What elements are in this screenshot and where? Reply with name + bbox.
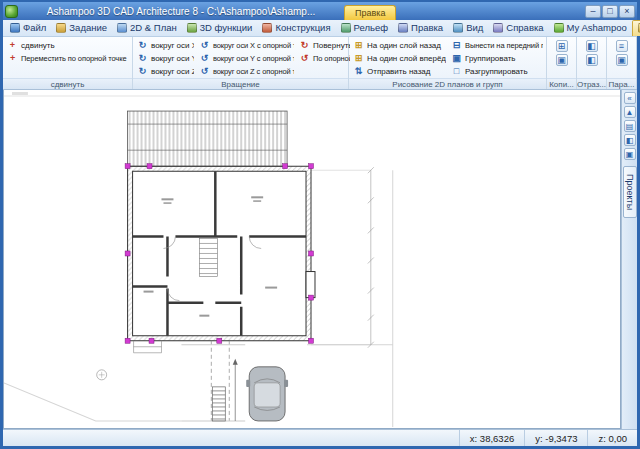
group-label-rotation: Вращение [133, 78, 348, 89]
tab-my-ashampoo[interactable]: My Ashampoo [549, 20, 632, 36]
tab-2d-plan[interactable]: 2D & План [112, 20, 182, 36]
tab-label: Правка [411, 22, 443, 33]
window-title: Ashampoo 3D CAD Architecture 8 - C:\Asha… [21, 6, 341, 17]
tab-terrain[interactable]: Рельеф [336, 20, 393, 36]
sheet-guides [4, 92, 620, 427]
title-bar: Ashampoo 3D CAD Architecture 8 - C:\Asha… [3, 2, 637, 20]
group-button[interactable]: ▣Группировать [450, 52, 543, 65]
status-bar: x: 38,6326 y: -9,3473 z: 0,00 [3, 429, 637, 446]
contextual-tab-header[interactable]: Правка [344, 5, 396, 20]
group-icon: ▣ [451, 53, 462, 64]
layer-back-button[interactable]: ⊞На один слой назад [352, 39, 446, 52]
tab-3d-functions[interactable]: 3D функции [182, 20, 258, 36]
rotate-x-reference-button[interactable]: ↺вокруг оси X с опорной точкой [198, 39, 294, 52]
tab-label: Задание [69, 22, 107, 33]
list-panel-icon[interactable]: ▤ [624, 120, 636, 132]
move-button[interactable]: +сдвинуть [6, 39, 128, 52]
button-label: вокруг оси X [151, 41, 194, 50]
ribbon-group-rotation: ↻вокруг оси X ↻вокруг оси Y ↻вокруг оси … [133, 37, 349, 89]
floor-plan [4, 90, 620, 428]
exterior-stairs [181, 341, 245, 421]
tab-label: Рельеф [354, 22, 388, 33]
close-button[interactable]: × [619, 5, 635, 18]
projects-panel-tab[interactable]: Проекты [623, 166, 637, 218]
bay-window [306, 272, 315, 298]
tab-view[interactable]: Вид [448, 20, 488, 36]
porch-steps [134, 341, 162, 353]
exterior-walls [128, 166, 315, 341]
minimize-button[interactable]: – [585, 5, 601, 18]
construction-icon [262, 23, 272, 33]
tab-edit[interactable]: Правка [393, 20, 448, 36]
parameters-icon[interactable]: ≡ [616, 40, 628, 52]
tab-label: Конструкция [275, 22, 330, 33]
collapse-panel-icon[interactable]: « [624, 92, 636, 104]
scroll-up-icon[interactable]: ▲ [624, 106, 636, 118]
status-z: z: 0,00 [587, 430, 637, 446]
layer-back-icon: ⊞ [353, 40, 364, 51]
status-y: y: -9,3473 [524, 430, 587, 446]
mirror-icon[interactable]: ◧ [586, 40, 598, 52]
interior-walls [133, 171, 306, 353]
rotate-by-reference-icon: ↺ [299, 53, 310, 64]
button-label: На один слой вперёд [367, 54, 446, 63]
rotate-x-button[interactable]: ↻вокруг оси X [136, 39, 194, 52]
send-back-icon: ⇅ [353, 66, 364, 77]
grid-panel-icon[interactable]: ▣ [624, 148, 636, 160]
tab-file[interactable]: Файл [5, 20, 51, 36]
copy-icon[interactable]: ⊞ [556, 40, 568, 52]
bring-front-icon: ⊟ [451, 40, 462, 51]
button-label: вокруг оси Z [151, 67, 194, 76]
tab-help[interactable]: Справка [488, 20, 548, 36]
rotate-free-button[interactable]: ↻Повернуть [298, 39, 350, 52]
grid-icon[interactable]: ▣ [616, 54, 628, 66]
tab-construction[interactable]: Конструкция [257, 20, 335, 36]
button-label: На один слой назад [367, 41, 441, 50]
bring-front-button[interactable]: ⊟Вынести на передний план [450, 39, 543, 52]
ribbon-group-copy: ⊞ ▣ Копи... [547, 37, 577, 89]
layer-forward-button[interactable]: ⊞На один слой вперёд [352, 52, 446, 65]
button-label: Разгруппировать [465, 67, 528, 76]
send-back-button[interactable]: ⇅Отправить назад [352, 65, 446, 78]
rotate-z-button[interactable]: ↻вокруг оси Z [136, 65, 194, 78]
terrain-icon [341, 23, 351, 33]
move-by-reference-button[interactable]: +Переместить по опорной точке <r> [6, 52, 128, 65]
tab-label: Справка [506, 22, 543, 33]
button-label: сдвинуть [21, 41, 55, 50]
split-panel-icon[interactable]: ◧ [624, 134, 636, 146]
rotate-z-reference-button[interactable]: ↺вокруг оси Z с опорной точкой [198, 65, 294, 78]
app-logo-icon [5, 5, 18, 18]
move-icon: + [7, 40, 18, 51]
status-x: x: 38,6326 [459, 430, 524, 446]
survey-point [97, 370, 107, 380]
button-label: Повернуть [313, 41, 350, 50]
building-icon [56, 23, 66, 33]
rotate-y-reference-button[interactable]: ↺вокруг оси Y с опорной точкой [198, 52, 294, 65]
ribbon-group-parameters: ≡ ▣ Пара... [607, 37, 637, 89]
drawing-canvas[interactable] [3, 90, 621, 429]
group-label-copy: Копи... [547, 78, 576, 89]
group-label-move: сдвинуть [3, 78, 132, 89]
stairs [199, 238, 217, 276]
mirror-axis-icon[interactable]: ◧ [586, 54, 598, 66]
maximize-button[interactable]: □ [602, 5, 618, 18]
edit-icon [398, 23, 408, 33]
tab-building[interactable]: Задание [51, 20, 112, 36]
app-window: Ashampoo 3D CAD Architecture 8 - C:\Asha… [3, 2, 637, 446]
group-label-parameters: Пара... [607, 78, 636, 89]
selection-handles[interactable] [125, 164, 313, 344]
tab-selection-active[interactable]: Выделение [632, 20, 640, 36]
rotate-by-reference-button[interactable]: ↺По опорной точке [298, 52, 350, 65]
file-icon [10, 23, 20, 33]
ungroup-button[interactable]: □Разгруппировать [450, 65, 543, 78]
button-label: Вынести на передний план [465, 41, 543, 50]
tab-label: Вид [466, 22, 483, 33]
tab-label: 2D & План [130, 22, 177, 33]
button-label: Отправить назад [367, 67, 430, 76]
plan-icon [117, 23, 127, 33]
copy-multi-icon[interactable]: ▣ [556, 54, 568, 66]
button-label: вокруг оси Z с опорной точкой [213, 67, 294, 76]
rotate-z-icon: ↻ [137, 66, 148, 77]
rotate-y-button[interactable]: ↻вокруг оси Y [136, 52, 194, 65]
rotate-x-icon: ↻ [137, 40, 148, 51]
